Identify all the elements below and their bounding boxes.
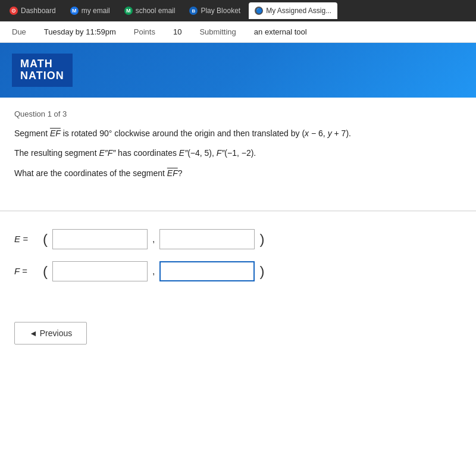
tab-dashboard-label: Dashboard [21, 7, 56, 15]
due-label: Due [12, 27, 26, 36]
previous-button-label: ◄ Previous [29, 328, 72, 338]
f-label: F = [14, 266, 38, 276]
points-value: 10 [173, 27, 181, 36]
f-comma: , [152, 266, 155, 277]
math-nation-banner: MATH NATION [0, 43, 476, 98]
points-label: Points [134, 27, 155, 36]
tab-dashboard[interactable]: ⊙ Dashboard [4, 2, 62, 19]
e-y-input[interactable] [159, 229, 255, 249]
blooket-icon: B [189, 7, 198, 15]
separator [0, 211, 476, 211]
tab-my-email[interactable]: M my email [64, 2, 116, 19]
assignment-bar: Due Tuesday by 11:59pm Points 10 Submitt… [0, 21, 476, 43]
e-answer-row: E = ( , ) [14, 229, 462, 249]
e-open-paren: ( [43, 232, 48, 246]
question-area: Question 1 of 3 Segment EF is rotated 90… [0, 98, 476, 199]
tab-assigned-label: My Assigned Assig... [266, 7, 331, 15]
e-comma: , [152, 234, 155, 245]
my-email-icon: M [70, 7, 79, 15]
submitting-label: Submitting [199, 27, 236, 36]
tab-blooket[interactable]: B Play Blooket [183, 2, 246, 19]
segment-ef: EF [50, 129, 61, 138]
button-bar: ◄ Previous [0, 311, 476, 355]
segment-edouble: E″F″ [99, 148, 115, 158]
tab-assigned[interactable]: 🔵 My Assigned Assig... [249, 2, 337, 19]
f-x-input[interactable] [52, 261, 148, 281]
question-line2: The resulting segment E″F″ has coordinat… [14, 146, 462, 161]
submitting-value: an external tool [254, 27, 307, 36]
tab-my-email-label: my email [82, 7, 110, 15]
question-number: Question 1 of 3 [14, 109, 462, 118]
f-close-paren: ) [259, 264, 264, 278]
assigned-icon: 🔵 [255, 7, 263, 15]
f-open-paren: ( [43, 264, 48, 278]
tab-school-email[interactable]: M school email [118, 2, 181, 19]
e-label: E = [14, 234, 38, 244]
nation-text: NATION [20, 70, 64, 82]
tab-school-email-label: school email [136, 7, 176, 15]
f-y-input[interactable] [159, 261, 255, 281]
school-email-icon: M [124, 7, 133, 15]
e-x-input[interactable] [52, 229, 148, 249]
segment-ef-q: EF [167, 168, 178, 178]
f-answer-row: F = ( , ) [14, 261, 462, 281]
math-nation-logo: MATH NATION [12, 54, 73, 87]
answer-section: E = ( , ) F = ( , ) [0, 223, 476, 305]
due-value: Tuesday by 11:59pm [44, 27, 116, 36]
e-close-paren: ) [259, 232, 264, 246]
dashboard-icon: ⊙ [10, 7, 18, 15]
main-content: Due Tuesday by 11:59pm Points 10 Submitt… [0, 21, 476, 476]
tab-bar: ⊙ Dashboard M my email M school email B … [0, 0, 476, 21]
math-text: MATH [20, 58, 64, 70]
question-line3: What are the coordinates of the segment … [14, 167, 462, 181]
previous-button[interactable]: ◄ Previous [14, 322, 87, 345]
question-text: Segment EF is rotated 90° clockwise arou… [14, 127, 462, 181]
question-line1: Segment EF is rotated 90° clockwise arou… [14, 127, 462, 141]
tab-blooket-label: Play Blooket [201, 7, 240, 15]
